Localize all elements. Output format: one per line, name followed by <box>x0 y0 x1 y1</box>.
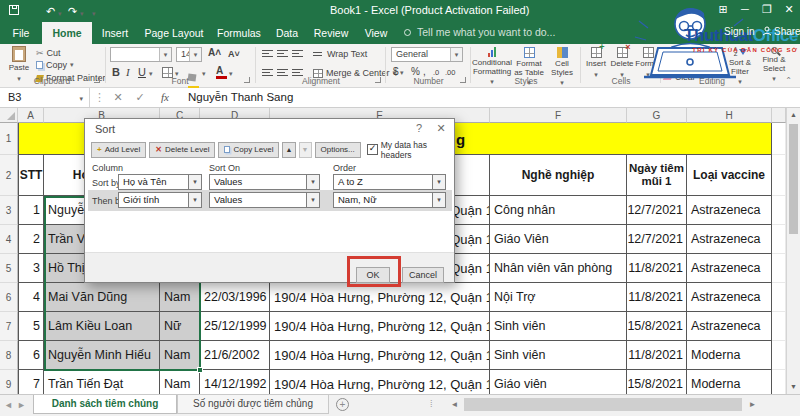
cell-vaccine[interactable]: Astrazeneca <box>687 312 772 341</box>
tab-file[interactable]: File <box>0 22 42 44</box>
move-up-button[interactable]: ▲ <box>282 142 295 158</box>
sheet-tab-inactive[interactable]: Số người được tiêm chủng <box>177 395 329 414</box>
cell-name[interactable]: Lâm Kiều Loan <box>44 312 160 341</box>
cell-vaccine[interactable]: Moderna <box>687 341 772 370</box>
move-down-button[interactable]: ▼ <box>299 142 312 158</box>
cell-dose1[interactable]: 11/8/2021 <box>627 341 687 370</box>
chevron-down-icon[interactable]: ▾ <box>188 193 201 207</box>
cell-stt[interactable]: 5 <box>18 312 44 341</box>
then-by-order-select[interactable]: Nam, Nữ▾ <box>333 192 446 208</box>
number-launcher-icon[interactable] <box>460 77 466 83</box>
hscroll-right-icon[interactable]: ► <box>746 397 759 412</box>
sheet-nav-left-icon[interactable]: ◄ <box>4 400 13 410</box>
share-button[interactable]: Share <box>774 26 800 37</box>
cell-gender[interactable]: Nam <box>160 370 200 394</box>
row-header-4[interactable]: 4 <box>0 225 18 254</box>
header-job[interactable]: Nghề nghiệp <box>490 155 627 196</box>
close-icon[interactable]: ✕ <box>778 3 800 16</box>
cell-job[interactable]: Nội Trợ <box>490 283 627 312</box>
format-cells-button[interactable]: Format▾ <box>635 47 661 79</box>
chevron-down-icon[interactable]: ▾ <box>306 175 319 189</box>
cell-dose1[interactable]: 11/8/2021 <box>627 283 687 312</box>
grow-font-icon[interactable]: A˄ <box>208 47 221 58</box>
cell-stt[interactable]: 2 <box>18 225 44 254</box>
then-by-sorton-select[interactable]: Values▾ <box>209 192 320 208</box>
copy-level-button[interactable]: Copy Level <box>218 142 279 158</box>
sign-in-button[interactable]: Sign in <box>724 26 755 37</box>
new-sheet-icon[interactable]: + <box>336 398 349 411</box>
help-icon[interactable]: ? <box>412 122 426 134</box>
cell-job[interactable]: Nhân viên văn phòng <box>490 254 627 283</box>
confirm-entry-icon[interactable]: ✓ <box>132 88 148 107</box>
dialog-close-icon[interactable]: ✕ <box>434 122 448 135</box>
cell-dob[interactable]: 25/12/1999 <box>200 312 270 341</box>
cell-address[interactable]: 190/4 Hòa Hưng, Phường 12, Quận 10 <box>270 341 490 370</box>
font-size-combo[interactable]: 14▾ <box>176 47 202 62</box>
cell-name[interactable]: Trần Tiến Đạt <box>44 370 160 394</box>
align-left-icon[interactable] <box>262 69 273 76</box>
cell-stt[interactable]: 7 <box>18 370 44 394</box>
name-box-dropdown-icon[interactable]: ▾ <box>79 89 83 108</box>
number-format-combo[interactable]: General▾ <box>391 47 463 62</box>
fx-icon[interactable]: fx <box>156 88 174 107</box>
align-right-icon[interactable] <box>292 69 303 76</box>
tab-view[interactable]: View <box>356 22 396 44</box>
tab-scroll-splitter[interactable]: ⁞ <box>430 399 433 409</box>
align-middle-icon[interactable] <box>277 50 288 57</box>
row-header-5[interactable]: 5 <box>0 254 18 283</box>
cell-address[interactable]: 190/4 Hòa Hưng, Phường 12, Quận 10 <box>270 312 490 341</box>
header-vaccine[interactable]: Loại vaccine <box>687 155 772 196</box>
chevron-down-icon[interactable]: ▾ <box>432 175 445 189</box>
row-header-7[interactable]: 7 <box>0 312 18 341</box>
insert-cells-button[interactable]: + Insert▾ <box>583 47 609 79</box>
alignment-launcher-icon[interactable] <box>375 77 381 83</box>
drag-handle-icon[interactable]: ⋮ <box>94 88 102 107</box>
scroll-up-icon[interactable]: ▲ <box>787 108 800 122</box>
cell-gender[interactable]: Nam <box>160 283 200 312</box>
row-header-9[interactable]: 9 <box>0 370 18 394</box>
chevron-down-icon[interactable]: ▾ <box>432 193 445 207</box>
tab-formulas[interactable]: Formulas <box>210 22 268 44</box>
delete-level-button[interactable]: ✕Delete Level <box>149 142 215 158</box>
clipboard-launcher-icon[interactable] <box>94 77 100 83</box>
cell-dose1[interactable]: 15/8/2021 <box>627 370 687 394</box>
cell-gender[interactable]: Nam <box>160 341 200 370</box>
cell[interactable] <box>772 196 786 225</box>
cut-button[interactable]: ✂Cut <box>36 48 61 58</box>
col-header-i[interactable] <box>772 108 786 123</box>
cell-job[interactable]: Sinh viên <box>490 341 627 370</box>
autosum-button[interactable]: ΣAutoSum <box>664 49 708 59</box>
cell[interactable] <box>772 283 786 312</box>
horizontal-scroll-thumb[interactable] <box>464 398 742 411</box>
cell-name[interactable]: Nguyễn Minh Hiếu <box>44 341 160 370</box>
undo-icon[interactable]: ↶ <box>46 4 55 18</box>
cell[interactable] <box>772 341 786 370</box>
vertical-scroll-thumb[interactable] <box>789 124 798 234</box>
cell-address[interactable]: 190/4 Hòa Hưng, Phường 12, Quận 10 <box>270 370 490 394</box>
sort-by-order-select[interactable]: A to Z▾ <box>333 174 446 190</box>
add-level-button[interactable]: +Add Level <box>91 142 146 158</box>
options-button[interactable]: Options... <box>315 142 361 158</box>
cell-vaccine[interactable]: Astrazeneca <box>687 225 772 254</box>
minimize-icon[interactable]: ─ <box>734 3 756 15</box>
tab-page-layout[interactable]: Page Layout <box>138 22 210 44</box>
row-header-6[interactable]: 6 <box>0 283 18 312</box>
row-header-3[interactable]: 3 <box>0 196 18 225</box>
cell-stt[interactable]: 1 <box>18 196 44 225</box>
cell-vaccine[interactable]: Moderna <box>687 370 772 394</box>
cell[interactable] <box>772 370 786 394</box>
hscroll-left-icon[interactable]: ◄ <box>448 397 461 412</box>
row-header-8[interactable]: 8 <box>0 341 18 370</box>
cell[interactable] <box>772 155 786 196</box>
redo-icon[interactable]: ↷ <box>68 4 77 18</box>
tab-home[interactable]: Home <box>42 22 92 44</box>
cell-stt[interactable]: 3 <box>18 254 44 283</box>
header-dose1[interactable]: Ngày tiêm mũi 1 <box>627 155 687 196</box>
sort-by-sorton-select[interactable]: Values▾ <box>209 174 320 190</box>
cell-stt[interactable]: 4 <box>18 283 44 312</box>
sort-by-column-select[interactable]: Họ và Tên▾ <box>118 174 202 190</box>
cell[interactable] <box>772 254 786 283</box>
align-bottom-icon[interactable] <box>292 50 303 57</box>
col-header-a[interactable]: A <box>18 108 44 123</box>
redo-dropdown-icon[interactable]: ▾ <box>80 7 84 21</box>
